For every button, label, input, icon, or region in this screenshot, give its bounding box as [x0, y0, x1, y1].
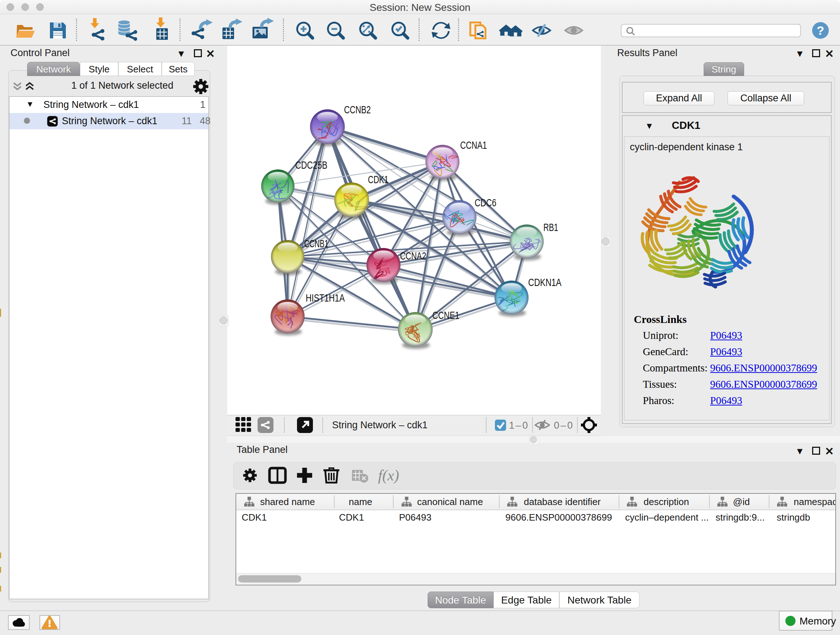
svg-text:CDK1: CDK1: [368, 174, 388, 185]
svg-text:CCNB1: CCNB1: [304, 238, 328, 249]
svg-text:CCNA1: CCNA1: [460, 139, 487, 151]
svg-text:database identifier: database identifier: [524, 496, 601, 507]
svg-text:HIST1H1A: HIST1H1A: [306, 292, 345, 304]
svg-text:CCNA2: CCNA2: [400, 250, 426, 262]
svg-text:CCNB2: CCNB2: [344, 104, 371, 116]
svg-text:description: description: [644, 496, 689, 507]
svg-text:?: ?: [817, 24, 824, 37]
svg-text:CCNE1: CCNE1: [432, 310, 459, 321]
svg-text:@id: @id: [733, 496, 750, 507]
svg-text:CDC6: CDC6: [475, 197, 496, 209]
svg-text:namespace: namespace: [794, 496, 835, 507]
svg-text:Memory: Memory: [799, 616, 836, 627]
svg-text:RB1: RB1: [543, 222, 558, 233]
svg-text:CDC25B: CDC25B: [295, 159, 327, 171]
svg-text:shared name: shared name: [260, 496, 315, 507]
svg-text:String Network – cdk1: String Network – cdk1: [332, 420, 428, 431]
svg-text:0 – 0: 0 – 0: [554, 420, 573, 431]
svg-text:name: name: [349, 496, 372, 507]
svg-text:1 – 0: 1 – 0: [509, 420, 528, 431]
svg-text:f(x): f(x): [378, 467, 399, 484]
svg-text:CDKN1A: CDKN1A: [528, 277, 562, 288]
svg-text:canonical name: canonical name: [417, 496, 483, 507]
